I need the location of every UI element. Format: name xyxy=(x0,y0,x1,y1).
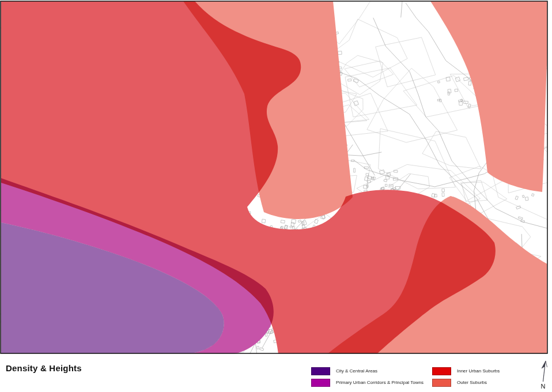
legend-item-primary-corridors: Primary Urban Corridors & Principal Town… xyxy=(311,379,432,387)
legend-item-inner-urban: Inner Urban Suburbs xyxy=(432,367,536,375)
density-heights-map-page: Density & Heights City & Central Areas P… xyxy=(0,0,552,392)
legend-label-primary-corridors: Primary Urban Corridors & Principal Town… xyxy=(336,379,424,387)
legend-bar: Density & Heights City & Central Areas P… xyxy=(0,356,552,392)
legend-item-city-central: City & Central Areas xyxy=(311,367,426,375)
north-arrow: N xyxy=(538,360,551,391)
map-canvas xyxy=(0,0,552,356)
legend-swatch-inner-urban xyxy=(432,367,451,375)
north-arrow-icon: N xyxy=(538,360,551,391)
legend-label-outer-suburbs: Outer Suburbs xyxy=(457,379,487,387)
legend-label-city-central: City & Central Areas xyxy=(336,367,377,375)
page-title: Density & Heights xyxy=(6,363,82,373)
legend-label-inner-urban: Inner Urban Suburbs xyxy=(457,367,500,375)
map-frame xyxy=(0,0,552,356)
legend-swatch-primary-corridors xyxy=(311,379,330,387)
legend-swatch-outer-suburbs xyxy=(432,379,451,387)
legend-swatch-city-central xyxy=(311,367,330,375)
legend-item-outer-suburbs: Outer Suburbs xyxy=(432,379,536,387)
north-label: N xyxy=(541,383,546,390)
